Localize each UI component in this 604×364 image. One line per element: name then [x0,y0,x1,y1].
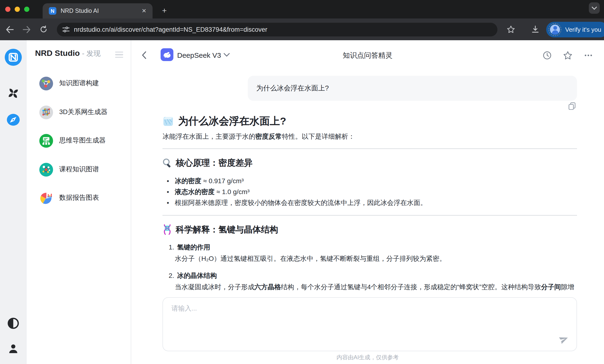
profile-icon[interactable] [7,343,19,354]
tab-favicon: N [49,7,56,15]
downloads-button[interactable] [529,23,542,36]
sidebar-collapse-button[interactable] [115,52,123,58]
forward-button[interactable] [20,23,33,36]
screen: N NRD Studio AI ✕ + nrd [0,0,604,364]
tab-strip: N NRD Studio AI ✕ + [0,0,604,18]
back-arrow-icon [5,26,13,33]
answer-heading: 为什么冰会浮在水面上? [163,114,577,128]
user-message-text: 为什么冰会浮在水面上? [256,84,329,93]
site-settings-icon[interactable] [61,24,71,34]
chat-area: DeepSeek V3 知识点问答精灵 为什么冰会浮在水面上? [131,40,604,364]
divider [163,215,577,216]
reload-icon [40,25,47,33]
left-icon-rail [0,40,26,364]
history-button[interactable] [542,51,552,60]
chat-header: DeepSeek V3 知识点问答精灵 [131,40,604,68]
sidebar-item-data-chart[interactable]: 数据报告图表 [39,191,99,205]
mindmap-icon [39,134,53,147]
list-item: 液态水的密度 ≈ 1.0 g/cm³ [163,186,577,197]
numbered-item: 1.氢键的作用 水分子（H₂O）通过氢键相互吸引。在液态水中，氢键不断断裂与重组… [163,242,577,264]
chevron-down-icon [592,6,597,10]
divider [163,148,577,149]
magnifier-icon [163,158,172,168]
dna-icon [163,224,172,235]
numbered-item-body: 当水凝固成冰时，分子形成六方晶格结构，每个水分子通过氢键与4个相邻分子连接，形成… [163,281,577,295]
favorite-button[interactable] [563,51,572,60]
answer-intro: 冰能浮在水面上，主要源于水的密度反常特性。以下是详细解析： [163,131,577,142]
section2-title: 科学解释：氢键与晶体结构 [176,223,278,236]
window-close-button[interactable] [5,7,11,12]
sidebar-brand: NRD Studio - 发现 [35,49,101,58]
discover-compass-icon[interactable] [7,114,19,126]
browser-toolbar: nrdstudio.cn/ai/discover/chat?agentId=NS… [0,18,604,40]
bookmark-button[interactable] [504,23,517,36]
send-button[interactable] [558,334,569,344]
section1-title: 核心原理：密度差异 [176,157,252,169]
agent-title: 知识点问答精灵 [131,51,604,60]
numbered-item-body: 水分子（H₂O）通过氢键相互吸引。在液态水中，氢键不断断裂与重组，分子排列较为紧… [163,253,577,264]
forward-arrow-icon [23,26,31,33]
data-chart-icon [39,191,53,205]
window-minimize-button[interactable] [15,7,20,12]
brand-name: NRD Studio [35,49,80,58]
user-message-bubble: 为什么冰会浮在水面上? [248,76,577,101]
sidebar-item-label: 知识图谱构建 [59,79,99,87]
sidebar-item-label: 数据报告图表 [59,194,99,202]
avatar [550,24,560,34]
network-3d-icon [39,105,53,119]
clock-icon [543,51,551,60]
pinwheel-icon[interactable] [7,87,19,99]
chat-input-panel [163,297,577,351]
sidebar-item-label: 3D关系网生成器 [59,108,108,116]
profile-avatar-ring [549,23,561,36]
sidebar-item-knowledge-graph[interactable]: 知识图谱构建 [39,76,99,90]
sidebar-item-mindmap[interactable]: 思维导图生成器 [39,133,106,148]
chat-more-button[interactable] [584,51,593,60]
verify-its-you-button[interactable]: Verify it's you [546,22,604,37]
answer-heading-text: 为什么冰会浮在水面上? [178,114,286,128]
knowledge-graph-icon [39,76,53,90]
star-icon [507,25,515,33]
sidebar-item-label: 思维导图生成器 [59,136,106,145]
copy-icon [568,102,576,110]
app-page: NRD Studio - 发现 知识图谱构建 3D关系网生成器 思维导图生成器 … [0,40,604,364]
numbered-item: 2.冰的晶体结构 当水凝固成冰时，分子形成六方晶格结构，每个水分子通过氢键与4个… [163,270,577,295]
ice-cube-icon [163,116,174,127]
bullet-list: 冰的密度 ≈ 0.917 g/cm³ 液态水的密度 ≈ 1.0 g/cm³ 根据… [163,176,577,208]
chat-input[interactable] [171,303,553,345]
sidebar-item-course-graph[interactable]: 课程知识图谱 [39,162,99,177]
copy-message-button[interactable] [568,102,576,110]
sidebar: NRD Studio - 发现 知识图谱构建 3D关系网生成器 思维导图生成器 … [26,40,131,364]
section2-heading: 科学解释：氢键与晶体结构 [163,223,577,236]
url-text[interactable]: nrdstudio.cn/ai/discover/chat?agentId=NS… [74,26,267,33]
star-icon [563,51,572,60]
brand-suffix: - 发现 [82,49,101,57]
assistant-response: 为什么冰会浮在水面上? 冰能浮在水面上，主要源于水的密度反常特性。以下是详细解析… [163,112,577,295]
ai-disclaimer: 内容由AI生成，仅供参考 [131,353,604,362]
section1-heading: 核心原理：密度差异 [163,157,577,169]
sidebar-item-label: 课程知识图谱 [59,165,99,174]
verify-label: Verify it's you [565,26,601,33]
tab-search-button[interactable] [589,2,600,14]
url-bar[interactable]: nrdstudio.cn/ai/discover/chat?agentId=NS… [57,23,497,36]
ellipsis-icon [585,54,592,56]
theme-toggle-icon[interactable] [7,317,19,329]
sidebar-item-3d-network[interactable]: 3D关系网生成器 [39,105,108,119]
browser-tab[interactable]: N NRD Studio AI ✕ [43,3,152,18]
tab-close-icon[interactable]: ✕ [140,7,148,15]
browser-chrome: N NRD Studio AI ✕ + nrd [0,0,604,40]
tab-title: NRD Studio AI [61,8,140,14]
reload-button[interactable] [37,23,50,36]
list-item: 根据阿基米德原理，密度较小的物体会在密度较大的流体中上浮，因此冰会浮在水面。 [163,197,577,208]
back-button[interactable] [3,23,16,36]
send-plane-icon [557,332,570,346]
new-tab-button[interactable]: + [159,6,170,16]
nrd-logo[interactable] [4,49,22,66]
course-graph-icon [39,163,53,176]
window-zoom-button[interactable] [24,7,29,12]
list-item: 冰的密度 ≈ 0.917 g/cm³ [163,176,577,186]
download-icon [531,25,539,33]
numbered-list: 1.氢键的作用 水分子（H₂O）通过氢键相互吸引。在液态水中，氢键不断断裂与重组… [163,242,577,295]
